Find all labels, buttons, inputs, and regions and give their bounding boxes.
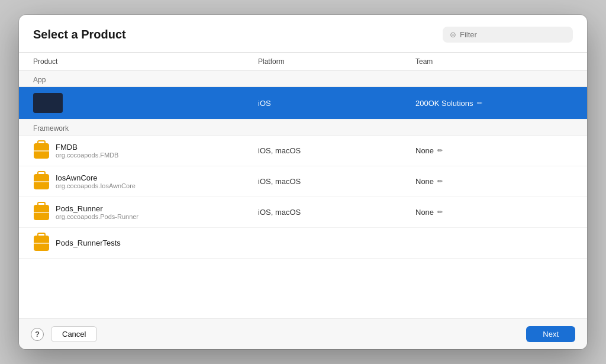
table-row[interactable]: FMDB org.cocoapods.FMDB iOS, macOS None … <box>19 136 587 166</box>
platform-cell: iOS, macOS <box>258 177 415 186</box>
product-table: Product Platform Team App iOS 200OK Solu… <box>19 52 587 318</box>
filter-icon: ⊜ <box>450 30 456 39</box>
briefcase-icon <box>34 143 49 159</box>
team-name: 200OK Solutions <box>415 99 473 108</box>
platform-cell: iOS, macOS <box>258 208 415 217</box>
product-cell: Pods_RunnerTests <box>33 229 258 257</box>
product-cell: FMDB org.cocoapods.FMDB <box>33 137 258 165</box>
briefcase-icon <box>34 205 49 220</box>
help-button[interactable]: ? <box>31 328 44 341</box>
dialog-title: Select a Product <box>33 28 126 41</box>
col-product: Product <box>33 57 258 66</box>
framework-icon <box>33 173 50 190</box>
section-label-app: App <box>19 71 587 87</box>
product-text: IosAwnCore org.cocoapods.IosAwnCore <box>56 173 136 189</box>
framework-icon <box>33 204 50 221</box>
product-cell: IosAwnCore org.cocoapods.IosAwnCore <box>33 167 258 196</box>
team-cell: None ✏ <box>415 146 573 155</box>
product-cell <box>33 87 258 119</box>
framework-icon <box>33 235 50 252</box>
team-name: None <box>415 146 434 155</box>
select-product-dialog: Select a Product ⊜ Product Platform Team… <box>19 15 587 349</box>
briefcase-icon <box>34 236 49 251</box>
product-bundle: org.cocoapods.IosAwnCore <box>56 182 136 189</box>
product-cell: Pods_Runner org.cocoapods.Pods-Runner <box>33 198 258 227</box>
product-name: IosAwnCore <box>56 173 136 182</box>
team-name: None <box>415 208 434 217</box>
filter-input[interactable] <box>460 30 566 39</box>
col-team: Team <box>415 57 573 66</box>
table-row[interactable]: Pods_RunnerTests <box>19 228 587 259</box>
edit-icon[interactable]: ✏ <box>437 147 443 154</box>
next-button[interactable]: Next <box>526 326 575 342</box>
edit-icon[interactable]: ✏ <box>477 99 482 107</box>
product-bundle: org.cocoapods.Pods-Runner <box>56 213 138 220</box>
app-icon <box>33 93 63 113</box>
briefcase-icon <box>34 174 49 189</box>
table-row[interactable]: iOS 200OK Solutions ✏ <box>19 87 587 120</box>
team-name: None <box>415 177 434 186</box>
dialog-header: Select a Product ⊜ <box>19 15 587 52</box>
table-row[interactable]: IosAwnCore org.cocoapods.IosAwnCore iOS,… <box>19 166 587 197</box>
framework-icon <box>33 143 50 159</box>
product-name: Pods_RunnerTests <box>56 239 121 247</box>
product-text: Pods_RunnerTests <box>56 239 121 247</box>
section-label-framework: Framework <box>19 120 587 136</box>
platform-cell: iOS, macOS <box>258 146 415 155</box>
product-text: FMDB org.cocoapods.FMDB <box>56 143 118 159</box>
table-header-row: Product Platform Team <box>19 53 587 71</box>
product-name: FMDB <box>56 143 118 152</box>
platform-cell: iOS <box>258 99 415 108</box>
dialog-footer: ? Cancel Next <box>19 318 587 349</box>
product-text: Pods_Runner org.cocoapods.Pods-Runner <box>56 204 138 220</box>
filter-box[interactable]: ⊜ <box>443 27 573 43</box>
product-bundle: org.cocoapods.FMDB <box>56 152 118 159</box>
team-cell: 200OK Solutions ✏ <box>415 99 573 108</box>
col-platform: Platform <box>258 57 415 66</box>
footer-left: ? Cancel <box>31 326 97 342</box>
table-row[interactable]: Pods_Runner org.cocoapods.Pods-Runner iO… <box>19 197 587 228</box>
product-name: Pods_Runner <box>56 204 138 213</box>
cancel-button[interactable]: Cancel <box>51 326 97 342</box>
edit-icon[interactable]: ✏ <box>437 178 443 185</box>
team-cell: None ✏ <box>415 177 573 186</box>
edit-icon[interactable]: ✏ <box>437 208 443 216</box>
team-cell: None ✏ <box>415 208 573 217</box>
